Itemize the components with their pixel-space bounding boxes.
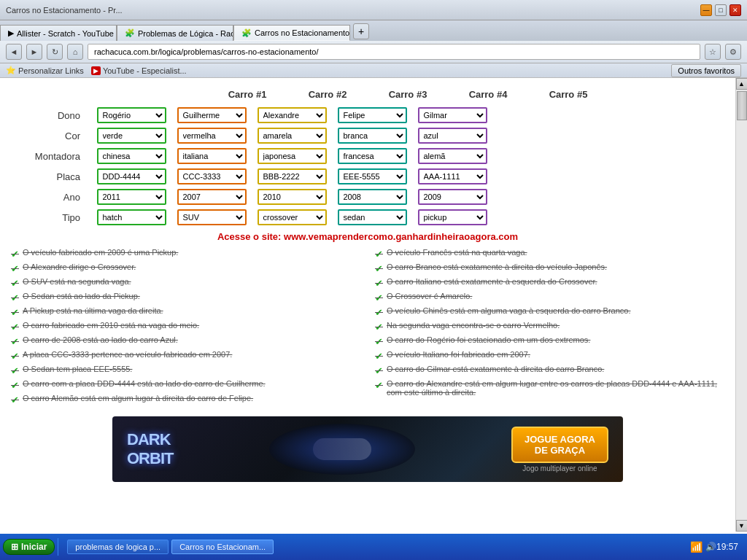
row-dono: Dono Rogério Guilherme Alexandre	[11, 107, 724, 123]
tab-problemas[interactable]: 🧩 Problemas de Lógica - Racha C... ✕	[117, 25, 233, 41]
select-ano-4[interactable]: 2008	[338, 189, 407, 205]
ad-banner[interactable]: DARKORBIT JOGUE AGORA DE GRAÇA Jogo mult…	[112, 416, 623, 482]
select-tipo-3[interactable]: crossover	[258, 209, 327, 225]
select-dono-4[interactable]: Felipe	[338, 107, 407, 123]
cell-mont-1: chinesa	[91, 148, 171, 164]
select-dono-1[interactable]: Rogério	[97, 107, 166, 123]
favorites-btn[interactable]: Outros favoritos	[671, 64, 741, 77]
ad-play-button[interactable]: JOGUE AGORA DE GRAÇA	[511, 427, 608, 463]
cell-placa-1: DDD-4444	[91, 168, 171, 184]
scroll-down[interactable]: ▼	[736, 520, 748, 532]
select-cor-1[interactable]: verde	[97, 128, 166, 144]
page-content: Carro #1 Carro #2 Carro #3 Carro #4 Carr…	[0, 78, 735, 532]
bookmark-youtube[interactable]: ▶ YouTube - Especialist...	[91, 66, 187, 75]
select-mont-3[interactable]: japonesa	[258, 148, 327, 164]
check-icon: ✔	[11, 249, 19, 260]
forward-button[interactable]: ►	[26, 44, 42, 60]
select-cor-4[interactable]: branca	[338, 128, 407, 144]
car-header-4: Carro #4	[448, 85, 528, 104]
scroll-up[interactable]: ▲	[736, 78, 748, 90]
ad-cta[interactable]: JOGUE AGORA DE GRAÇA Jogo multiplayer on…	[511, 427, 608, 472]
promo-url[interactable]: www.vemaprendercomo.ganhardinheiraoagora…	[284, 231, 518, 242]
cell-tipo-5: pickup	[412, 209, 492, 225]
clue-text: Na segunda vaga encontra-se o carro Verm…	[387, 321, 560, 330]
select-tipo-5[interactable]: pickup	[418, 209, 487, 225]
select-dono-2[interactable]: Guilherme	[177, 107, 247, 123]
scroll-thumb[interactable]	[737, 91, 747, 120]
clue-text: O carro com a placa DDD-4444 está ao lad…	[23, 379, 266, 388]
cell-tipo-1: hatch	[91, 209, 171, 225]
check-icon: ✔	[11, 322, 19, 332]
bookmark-label: YouTube - Especialist...	[103, 66, 187, 75]
cell-placa-2: CCC-3333	[171, 168, 252, 184]
tools-button[interactable]: ⚙	[725, 44, 741, 60]
clue-text: O carro Alemão está em algum lugar à dir…	[23, 394, 253, 402]
tab-allister[interactable]: ▶ Allister - Scratch - YouTube ✕	[0, 25, 117, 41]
back-button[interactable]: ◄	[6, 44, 22, 60]
scroll-track[interactable]	[736, 90, 747, 520]
new-tab-button[interactable]: +	[353, 23, 369, 39]
tab-carros[interactable]: 🧩 Carros no Estacionamento - Pr... ✕	[233, 25, 350, 41]
address-bar[interactable]	[88, 44, 700, 60]
clue-item: ✔O carro Italiano está exatamente à esqu…	[375, 277, 724, 289]
puzzle-header: Carro #1 Carro #2 Carro #3 Carro #4 Carr…	[11, 85, 724, 104]
select-dono-3[interactable]: Alexandre	[258, 107, 327, 123]
check-icon: ✔	[11, 292, 19, 303]
cell-cor-4: branca	[332, 128, 412, 144]
select-dono-5[interactable]: Gilmar	[418, 107, 487, 123]
select-tipo-2[interactable]: SUV	[177, 209, 247, 225]
reload-button[interactable]: ↻	[47, 44, 63, 60]
select-placa-4[interactable]: EEE-5555	[338, 168, 407, 184]
select-placa-2[interactable]: CCC-3333	[177, 168, 247, 184]
select-ano-2[interactable]: 2007	[177, 189, 247, 205]
select-mont-4[interactable]: francesa	[338, 148, 407, 164]
check-icon: ✔	[11, 365, 19, 376]
clue-item: ✔O Alexandre dirige o Crossover.	[11, 262, 360, 274]
check-icon: ✔	[375, 336, 383, 347]
clue-item: ✔O carro do Rogério foi estacionado em u…	[375, 335, 724, 347]
other-favorites[interactable]: Outros favoritos	[671, 66, 741, 75]
scrollbar[interactable]: ▲ ▼	[735, 78, 747, 532]
clue-text: O Crossover é Amarelo.	[387, 292, 472, 300]
star-button[interactable]: ☆	[705, 44, 721, 60]
clues-container: ✔O veículo fabricado em 2009 é uma Picku…	[11, 248, 724, 405]
label-placa: Placa	[11, 171, 91, 182]
browser-titlebar: Carros no Estacionamento - Pr... — □ ✕	[0, 0, 747, 20]
select-mont-5[interactable]: alemã	[418, 148, 487, 164]
select-placa-1[interactable]: DDD-4444	[97, 168, 166, 184]
bookmark-personalize[interactable]: ⭐ Personalizar Links	[6, 66, 84, 75]
label-cor: Cor	[11, 131, 91, 141]
clue-text: O Alexandre dirige o Crossover.	[23, 262, 136, 271]
check-icon: ✔	[375, 249, 383, 260]
minimize-button[interactable]: —	[700, 4, 712, 16]
select-cor-2[interactable]: vermelha	[177, 128, 247, 144]
home-button[interactable]: ⌂	[67, 44, 83, 60]
select-tipo-4[interactable]: sedan	[338, 209, 407, 225]
select-cor-3[interactable]: amarela	[258, 128, 327, 144]
select-ano-1[interactable]: 2011	[97, 189, 166, 205]
select-mont-2[interactable]: italiana	[177, 148, 247, 164]
car-header-2: Carro #2	[287, 85, 368, 104]
select-placa-5[interactable]: AAA-1111	[418, 168, 487, 184]
select-ano-3[interactable]: 2010	[258, 189, 327, 205]
select-cor-5[interactable]: azul	[418, 128, 487, 144]
select-mont-1[interactable]: chinesa	[97, 148, 166, 164]
close-button[interactable]: ✕	[729, 4, 741, 16]
clue-item: ✔O carro Alemão está em algum lugar à di…	[11, 394, 360, 405]
select-ano-5[interactable]: 2009	[418, 189, 487, 205]
clues-left: ✔O veículo fabricado em 2009 é uma Picku…	[11, 248, 360, 405]
maximize-button[interactable]: □	[715, 4, 727, 16]
clue-text: O carro Branco está exatamente à direita…	[387, 262, 607, 271]
cell-ano-3: 2010	[252, 189, 332, 205]
cell-cor-3: amarela	[252, 128, 332, 144]
clue-item: ✔O carro Branco está exatamente à direit…	[375, 262, 724, 274]
cell-dono-4: Felipe	[332, 107, 412, 123]
puzzle-grid: Carro #1 Carro #2 Carro #3 Carro #4 Carr…	[11, 85, 724, 225]
clue-text: O veículo fabricado em 2009 é uma Pickup…	[23, 248, 178, 257]
select-tipo-1[interactable]: hatch	[97, 209, 166, 225]
clue-text: A placa CCC-3333 pertence ao veículo fab…	[23, 350, 232, 359]
select-placa-3[interactable]: BBB-2222	[258, 168, 327, 184]
check-icon: ✔	[11, 307, 19, 318]
car-header-5: Carro #5	[528, 85, 608, 104]
clue-item: ✔O carro de 2008 está ao lado do carro A…	[11, 335, 360, 347]
